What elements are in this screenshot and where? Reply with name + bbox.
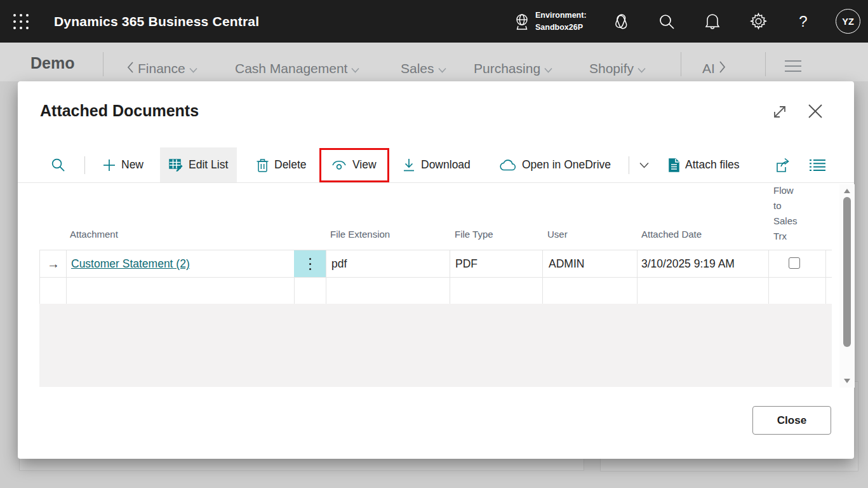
nav-item-label: Finance — [138, 61, 185, 76]
attachment-link[interactable]: Customer Statement (2) — [71, 257, 190, 271]
nav-item-ai[interactable]: AI — [702, 43, 726, 81]
toolbar-search-icon[interactable] — [48, 147, 68, 182]
app-title: Dynamics 365 Business Central — [54, 0, 259, 43]
nav-divider — [765, 52, 766, 76]
table-grid-line — [39, 250, 832, 250]
avatar[interactable]: YZ — [836, 9, 860, 34]
nav-item-label: Cash Management — [235, 61, 347, 76]
bell-icon[interactable] — [701, 0, 724, 43]
table-grid-line — [39, 277, 832, 278]
table-grid-line — [542, 250, 543, 304]
view-eye-icon — [331, 159, 347, 172]
trash-icon — [257, 158, 269, 172]
environment-globe-icon[interactable] — [512, 0, 532, 43]
attach-files-button[interactable]: Attach files — [665, 147, 742, 182]
download-button[interactable]: Download — [400, 147, 473, 182]
row-arrow-icon: → — [47, 257, 60, 271]
table-empty-area — [39, 304, 832, 387]
vertical-scrollbar[interactable] — [839, 184, 855, 388]
column-header-attached-date[interactable]: Attached Date — [641, 229, 702, 240]
column-header-file-extension[interactable]: File Extension — [330, 229, 390, 240]
nav-divider — [681, 52, 681, 76]
onedrive-dropdown-chevron[interactable] — [637, 147, 651, 182]
scroll-up-icon[interactable] — [844, 189, 850, 193]
nav-item-label: Shopify — [589, 61, 634, 76]
new-button[interactable]: New — [100, 147, 146, 182]
chevron-right-icon — [719, 61, 726, 73]
ellipsis-icon[interactable] — [294, 250, 326, 277]
edit-list-button[interactable]: Edit List — [160, 147, 237, 182]
copilot-icon[interactable] — [610, 0, 632, 43]
dialog-toolbar: New Edit List Delete View — [18, 147, 854, 183]
cell-user[interactable]: ADMIN — [549, 257, 584, 271]
column-header-flow-to-sales-trx[interactable]: Flow to Sales Trx — [773, 183, 803, 244]
company-name[interactable]: Demo — [30, 54, 74, 72]
chevron-down-icon — [544, 67, 552, 73]
list-options-icon[interactable] — [806, 147, 828, 182]
share-icon[interactable] — [772, 147, 793, 182]
open-in-onedrive-button[interactable]: Open in OneDrive — [497, 147, 613, 182]
chevron-down-icon — [639, 162, 649, 168]
flow-to-sales-trx-checkbox[interactable] — [789, 257, 800, 269]
dialog-title: Attached Documents — [40, 102, 199, 120]
table-grid-line — [450, 250, 450, 304]
nav-item-shopify[interactable]: Shopify — [589, 43, 646, 81]
cell-file-extension[interactable]: pdf — [331, 257, 347, 271]
chevron-down-icon — [638, 67, 646, 73]
view-button[interactable]: View — [329, 147, 379, 182]
nav-divider — [103, 52, 103, 76]
expand-icon[interactable] — [770, 102, 789, 121]
gear-icon[interactable] — [747, 0, 770, 43]
nav-item-label: Sales — [401, 61, 434, 76]
table-grid-line — [39, 250, 40, 304]
nav-item-purchasing[interactable]: Purchasing — [474, 43, 552, 81]
table-grid-line — [825, 250, 826, 304]
delete-button[interactable]: Delete — [254, 147, 309, 182]
navigation-bar: Demo Finance Cash Management Sales Purch… — [0, 43, 868, 81]
plus-icon — [103, 159, 116, 172]
top-app-bar: Dynamics 365 Business Central Environmen… — [0, 0, 868, 43]
column-header-file-type[interactable]: File Type — [455, 229, 493, 240]
attached-documents-dialog: Attached Documents New — [18, 81, 854, 459]
hamburger-menu-icon[interactable] — [785, 60, 801, 72]
nav-item-finance[interactable]: Finance — [127, 43, 197, 81]
nav-item-sales[interactable]: Sales — [401, 43, 446, 81]
environment-info[interactable]: Environment: Sandbox26P — [535, 0, 587, 43]
edit-list-icon — [169, 158, 183, 172]
cell-file-type[interactable]: PDF — [455, 257, 477, 271]
scrollbar-thumb[interactable] — [843, 197, 851, 347]
environment-label: Environment: — [535, 10, 587, 21]
close-icon[interactable] — [805, 101, 825, 121]
toolbar-divider — [629, 156, 629, 174]
toolbar-divider — [84, 156, 85, 174]
environment-name: Sandbox26P — [535, 22, 587, 33]
column-header-attachment[interactable]: Attachment — [70, 229, 118, 240]
app-launcher-waffle-icon[interactable] — [11, 12, 30, 31]
cell-attached-date[interactable]: 3/10/2025 9:19 AM — [641, 257, 735, 271]
chevron-down-icon — [438, 67, 446, 73]
cloud-icon — [500, 159, 516, 171]
search-icon[interactable] — [655, 0, 678, 43]
chevron-left-icon — [127, 62, 134, 73]
download-icon — [403, 158, 415, 172]
column-header-user[interactable]: User — [547, 229, 568, 240]
nav-item-label: Purchasing — [474, 61, 540, 76]
attach-file-icon — [668, 158, 679, 172]
table-grid-line — [768, 250, 769, 304]
table-grid-line — [66, 250, 67, 304]
nav-item-label: AI — [702, 61, 715, 76]
nav-item-cash-management[interactable]: Cash Management — [235, 43, 359, 81]
table-grid-line — [637, 250, 638, 304]
help-icon[interactable]: ? — [794, 0, 813, 43]
table-grid-line — [326, 250, 326, 304]
chevron-down-icon — [351, 67, 359, 73]
scroll-down-icon[interactable] — [844, 379, 850, 383]
close-button[interactable]: Close — [752, 406, 831, 435]
chevron-down-icon — [189, 67, 197, 73]
